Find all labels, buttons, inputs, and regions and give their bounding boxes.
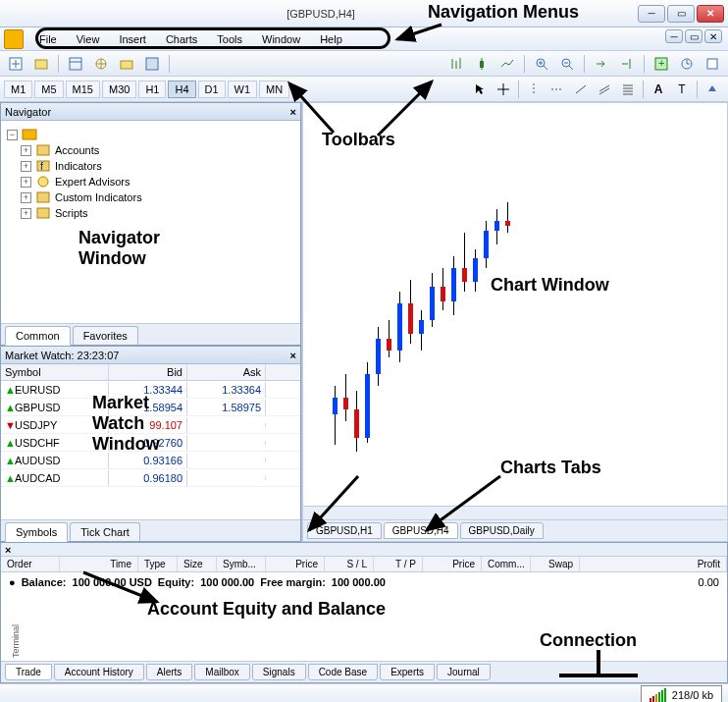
col-time[interactable]: Time (60, 557, 138, 571)
navigator-close-icon[interactable]: × (290, 106, 296, 118)
zoom-out-icon[interactable] (555, 54, 579, 74)
connection-status[interactable]: 218/0 kb (641, 685, 722, 703)
chart-window[interactable]: GBPUSD,H1 GBPUSD,H4 GBPUSD,Daily (302, 102, 728, 542)
terminal-tab-trade[interactable]: Trade (5, 664, 52, 680)
col-ask[interactable]: Ask (187, 364, 266, 380)
close-button[interactable]: ✕ (697, 5, 724, 23)
chart-tab-h1[interactable]: GBPUSD,H1 (307, 522, 382, 539)
chart-tab-daily[interactable]: GBPUSD,Daily (460, 522, 544, 539)
chart-scrollbar[interactable] (303, 506, 727, 519)
timeframe-w1[interactable]: W1 (228, 81, 258, 98)
timeframe-m15[interactable]: M15 (66, 81, 100, 98)
terminal-close-icon[interactable]: × (5, 544, 11, 556)
terminal-tab-codebase[interactable]: Code Base (308, 664, 378, 680)
crosshair-icon[interactable] (492, 80, 515, 99)
text-label-icon[interactable]: T (670, 80, 694, 99)
market-watch-row[interactable]: ▲USDCHF0.92760 (1, 434, 300, 452)
terminal-tab-alerts[interactable]: Alerts (146, 664, 193, 680)
chart-canvas[interactable] (303, 103, 727, 541)
market-watch-icon[interactable] (64, 54, 87, 74)
menu-file[interactable]: File (29, 30, 67, 48)
market-watch-row[interactable]: ▲GBPUSD1.589541.58975 (1, 399, 300, 416)
trendline-icon[interactable] (569, 80, 593, 99)
navigator-header[interactable]: Navigator × (1, 103, 300, 121)
market-watch-header[interactable]: Market Watch: 23:23:07 × (1, 347, 300, 364)
col-symbol[interactable]: Symbol (1, 364, 109, 380)
terminal-icon[interactable] (115, 54, 138, 74)
market-watch-row[interactable]: ▲AUDCAD0.96180 (1, 469, 300, 487)
tree-item-custom-indicators[interactable]: +Custom Indicators (7, 189, 294, 205)
col-bid[interactable]: Bid (109, 364, 187, 380)
navigator-tab-common[interactable]: Common (5, 326, 71, 346)
mdi-restore-button[interactable]: ▭ (685, 29, 702, 43)
maximize-button[interactable]: ▭ (667, 5, 695, 23)
terminal-tab-history[interactable]: Account History (54, 664, 144, 680)
col-symbol[interactable]: Symb... (217, 557, 266, 571)
vertical-line-icon[interactable] (522, 80, 546, 99)
arrows-icon[interactable] (701, 80, 724, 99)
menu-help[interactable]: Help (310, 30, 352, 48)
tree-item-accounts[interactable]: +Accounts (7, 142, 294, 158)
terminal-titlebar[interactable]: × (1, 543, 727, 557)
menu-charts[interactable]: Charts (156, 30, 207, 48)
zoom-in-icon[interactable] (530, 54, 553, 74)
tree-item-indicators[interactable]: +fIndicators (7, 158, 294, 174)
navigator-icon[interactable] (89, 54, 113, 74)
timeframe-mn[interactable]: MN (259, 81, 289, 98)
auto-scroll-icon[interactable] (590, 54, 613, 74)
market-watch-row[interactable]: ▲EURUSD1.333441.33364 (1, 381, 300, 399)
menu-insert[interactable]: Insert (109, 30, 156, 48)
new-chart-icon[interactable] (4, 54, 27, 74)
terminal-tab-experts[interactable]: Experts (380, 664, 435, 680)
mdi-close-button[interactable]: ✕ (704, 29, 722, 43)
terminal-tab-mailbox[interactable]: Mailbox (194, 664, 249, 680)
market-watch-row[interactable]: ▼USDJPY99.107 (1, 416, 300, 434)
col-commission[interactable]: Comm... (482, 557, 531, 571)
timeframe-h1[interactable]: H1 (138, 81, 166, 98)
col-size[interactable]: Size (178, 557, 217, 571)
profiles-icon[interactable] (29, 54, 53, 74)
menu-view[interactable]: View (67, 30, 110, 48)
col-type[interactable]: Type (138, 557, 178, 571)
chart-shift-icon[interactable] (615, 54, 639, 74)
cursor-icon[interactable] (468, 80, 492, 99)
menu-window[interactable]: Window (252, 30, 310, 48)
tree-item-experts[interactable]: +Expert Advisors (7, 174, 294, 189)
horizontal-line-icon[interactable] (546, 80, 569, 99)
col-profit[interactable]: Profit (580, 557, 727, 571)
col-price2[interactable]: Price (423, 557, 482, 571)
timeframe-m5[interactable]: M5 (34, 81, 63, 98)
tree-root[interactable]: − (7, 127, 294, 142)
navigator-tab-favorites[interactable]: Favorites (73, 326, 138, 345)
timeframe-h4[interactable]: H4 (168, 81, 195, 98)
market-watch-close-icon[interactable]: × (290, 350, 296, 361)
templates-icon[interactable] (701, 54, 724, 74)
mdi-minimize-button[interactable]: ─ (665, 29, 683, 43)
col-order[interactable]: Order (1, 557, 60, 571)
terminal-tab-journal[interactable]: Journal (437, 664, 491, 680)
line-chart-icon[interactable] (495, 54, 519, 74)
bar-chart-icon[interactable] (444, 54, 468, 74)
fibonacci-icon[interactable] (616, 80, 640, 99)
col-tp[interactable]: T / P (374, 557, 423, 571)
indicators-icon[interactable]: + (650, 54, 673, 74)
data-window-icon[interactable] (140, 54, 164, 74)
terminal-tab-signals[interactable]: Signals (252, 664, 306, 680)
timeframe-m30[interactable]: M30 (102, 81, 136, 98)
timeframe-m1[interactable]: M1 (4, 81, 32, 98)
mw-tab-symbols[interactable]: Symbols (5, 522, 68, 542)
menu-tools[interactable]: Tools (207, 30, 252, 48)
col-swap[interactable]: Swap (531, 557, 580, 571)
chart-tab-h4[interactable]: GBPUSD,H4 (384, 522, 458, 539)
candlestick-icon[interactable] (470, 54, 494, 74)
tree-item-scripts[interactable]: +Scripts (7, 205, 294, 221)
col-price[interactable]: Price (266, 557, 325, 571)
channel-icon[interactable] (593, 80, 616, 99)
mw-tab-tickchart[interactable]: Tick Chart (70, 522, 140, 541)
col-sl[interactable]: S / L (325, 557, 374, 571)
text-icon[interactable]: A (647, 80, 670, 99)
market-watch-row[interactable]: ▲AUDUSD0.93166 (1, 452, 300, 469)
minimize-button[interactable]: ─ (638, 5, 665, 23)
periodicity-icon[interactable] (675, 54, 699, 74)
timeframe-d1[interactable]: D1 (198, 81, 226, 98)
